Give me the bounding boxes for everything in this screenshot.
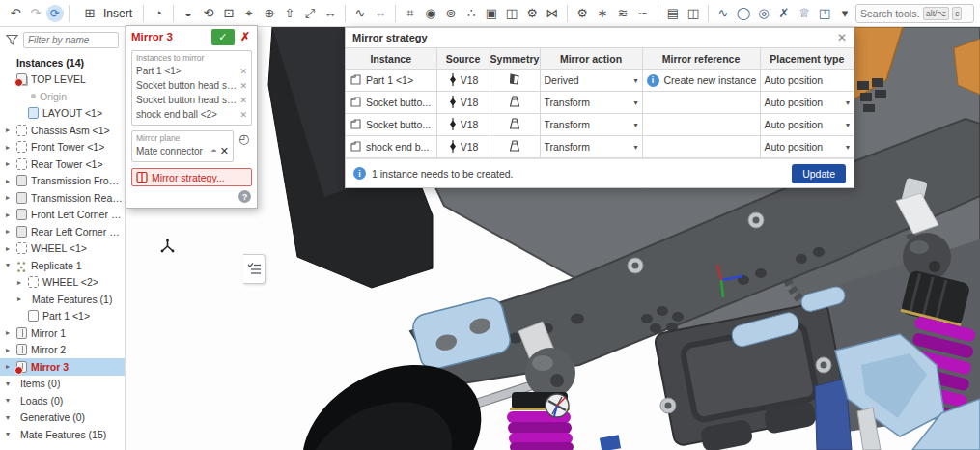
chevron-right-icon[interactable]: ▸ (6, 143, 16, 152)
tree-item-wheel-1[interactable]: ▸WHEEL <1> (0, 240, 125, 258)
tree-item-mate-features-1[interactable]: ▸Mate Features (1) (0, 291, 125, 308)
clear-plane-icon[interactable]: ✕ (220, 145, 229, 157)
tree-item-loads-0[interactable]: ▾Loads (0) (0, 392, 125, 409)
measure-icon[interactable]: ↔ (321, 4, 340, 23)
spline-icon[interactable]: ∿ (350, 4, 370, 23)
search-tools-input[interactable] (860, 8, 920, 19)
undo-icon[interactable]: ↶ (6, 4, 25, 23)
lift-icon[interactable]: ⇧ (280, 4, 299, 23)
selection-history-button[interactable]: ◴ (237, 130, 252, 146)
magnet-icon[interactable]: ∽ (633, 4, 653, 23)
search-tools-box[interactable]: alt/⌥c (855, 4, 974, 23)
chevron-right-icon[interactable]: ▸ (6, 211, 16, 219)
chevron-right-icon[interactable]: ▸ (6, 328, 16, 337)
tree-item-mirror-1[interactable]: ▸Mirror 1 (0, 324, 125, 342)
accept-button[interactable]: ✓ (211, 29, 235, 45)
tree-item-instances-14[interactable]: Instances (14) (0, 54, 125, 71)
mate-icon[interactable]: ◒ (179, 4, 198, 23)
close-icon[interactable]: ✕ (837, 31, 847, 44)
insert-button[interactable]: ⊞Insert (74, 3, 138, 24)
chevron-right-icon[interactable]: ▸ (6, 227, 16, 236)
placement-type-select[interactable]: Auto position▾ (765, 141, 851, 153)
comb-icon[interactable]: ≋ (613, 4, 632, 23)
pattern-points-icon[interactable]: ∴ (462, 4, 481, 23)
chevron-right-icon[interactable]: ▸ (6, 193, 16, 202)
crown-icon[interactable]: ♕ (795, 4, 814, 23)
mirror-strategy-button[interactable]: Mirror strategy... (131, 168, 252, 186)
linear-pattern-icon[interactable]: ⇔ (371, 4, 390, 23)
tree-item-part-1-1[interactable]: Part 1 <1> (0, 308, 125, 325)
mate-connector-list-toggle[interactable] (243, 254, 266, 284)
mirror-action-select[interactable]: Transform▾ (545, 119, 638, 130)
chevron-down-icon[interactable]: ▾ (6, 261, 16, 269)
tree-item-origin[interactable]: Origin (0, 88, 125, 105)
tree-item-mate-features-15[interactable]: ▾Mate Features (15) (0, 426, 125, 443)
chevron-right-icon[interactable]: ▸ (17, 295, 28, 303)
redo-icon[interactable]: ↷ (26, 4, 45, 23)
curve-icon[interactable]: ∿ (714, 4, 733, 23)
chevron-right-icon[interactable]: ▸ (6, 177, 16, 185)
revolve-icon[interactable]: ⟲ (199, 4, 218, 23)
tree-item-mirror-2[interactable]: ▸Mirror 2 (0, 342, 125, 359)
filter-input[interactable] (28, 35, 114, 45)
tree-item-transmission-rear-1[interactable]: ▸Transmission Rear <1> (0, 189, 125, 207)
tree-item-wheel-2[interactable]: ▸WHEEL <2> (0, 274, 125, 292)
more-icon[interactable]: ▾ (835, 4, 854, 23)
cancel-button[interactable]: ✗ (238, 30, 252, 43)
tree-item-items-0[interactable]: ▾Items (0) (0, 376, 125, 393)
chevron-right-icon[interactable]: ▸ (17, 278, 28, 287)
replicate-icon[interactable]: ⊚ (441, 4, 461, 23)
history-clock-icon[interactable]: ◔ (149, 4, 168, 23)
chevron-down-icon[interactable]: ▾ (6, 380, 16, 388)
remove-instance-icon[interactable]: ✕ (237, 67, 247, 76)
mirror-tool-icon[interactable]: ⋈ (543, 4, 562, 23)
tree-item-replicate-1[interactable]: ▾Replicate 1 (0, 257, 125, 274)
named-views-icon[interactable]: ◫ (684, 4, 703, 23)
gears-icon[interactable]: ⚙ (573, 4, 592, 23)
mirror-action-select[interactable]: Transform▾ (545, 141, 638, 153)
remove-instance-icon[interactable]: ✕ (237, 81, 247, 91)
tree-item-top-level[interactable]: TOP LEVEL (0, 71, 125, 89)
tree-item-generative-0[interactable]: ▾Generative (0) (0, 409, 125, 427)
help-button[interactable]: ? (238, 190, 251, 203)
tree-item-front-left-corner-1[interactable]: ▸Front Left Corner <1> (0, 207, 125, 224)
remove-instance-icon[interactable]: ✕ (237, 110, 247, 120)
tree-item-front-tower-1[interactable]: ▸Front Tower <1> (0, 139, 125, 156)
mate-connector-marker[interactable] (546, 394, 569, 417)
view-cube-icon[interactable]: ◳ (815, 4, 834, 23)
ring-icon[interactable]: ◎ (754, 4, 773, 23)
star-pattern-icon[interactable]: ◉ (421, 4, 440, 23)
isolate-icon[interactable]: ✗ (774, 4, 794, 23)
update-button[interactable]: Update (792, 164, 846, 183)
tree-item-rear-left-corner-1[interactable]: ▸Rear Left Corner <1> (0, 223, 125, 240)
tree-item-transmission-front-1[interactable]: ▸Transmission Front <1> (0, 173, 125, 190)
instance-list-item[interactable]: shock end ball <2>✕ (136, 107, 247, 122)
chevron-right-icon[interactable]: ▸ (6, 159, 16, 168)
placement-type-select[interactable]: Auto position▾ (765, 119, 851, 130)
sync-icon[interactable]: ⟳ (46, 5, 64, 22)
mirror-action-select[interactable]: Transform▾ (545, 97, 638, 108)
chevron-right-icon[interactable]: ▸ (6, 126, 16, 134)
tree-item-rear-tower-1[interactable]: ▸Rear Tower <1> (0, 155, 125, 173)
chevron-down-icon[interactable]: ▾ (6, 430, 16, 438)
mirror-plane-box[interactable]: Mirror plane Mate connector ◓ ✕ (131, 130, 234, 162)
sheet-metal-icon[interactable]: ▤ (663, 4, 683, 23)
translate-icon[interactable]: ⌖ (239, 4, 259, 23)
torus-icon[interactable]: ◯ (734, 4, 753, 23)
remove-instance-icon[interactable]: ✕ (237, 96, 247, 105)
tree-item-chassis-asm-1[interactable]: ▸Chassis Asm <1> (0, 122, 125, 139)
machine-icon[interactable]: ∗ (593, 4, 612, 23)
chevron-right-icon[interactable]: ▸ (6, 244, 16, 253)
move-icon[interactable]: ⊕ (260, 4, 279, 23)
copies-icon[interactable]: ▣ (482, 4, 501, 23)
gear-mate-icon[interactable]: ⚙ (522, 4, 542, 23)
placement-type-select[interactable]: Auto position▾ (765, 97, 851, 108)
chevron-down-icon[interactable]: ▾ (6, 396, 16, 405)
chevron-right-icon[interactable]: ▸ (6, 346, 16, 354)
mirror-action-select[interactable]: Derived▾ (545, 74, 638, 86)
tree-item-layout-1[interactable]: LAYOUT <1> (0, 105, 125, 123)
filter-field[interactable] (23, 32, 119, 48)
tree-item-mirror-3[interactable]: ▸Mirror 3 (0, 358, 125, 376)
box-select-icon[interactable]: ⌗ (401, 4, 420, 23)
chevron-down-icon[interactable]: ▾ (6, 413, 16, 422)
